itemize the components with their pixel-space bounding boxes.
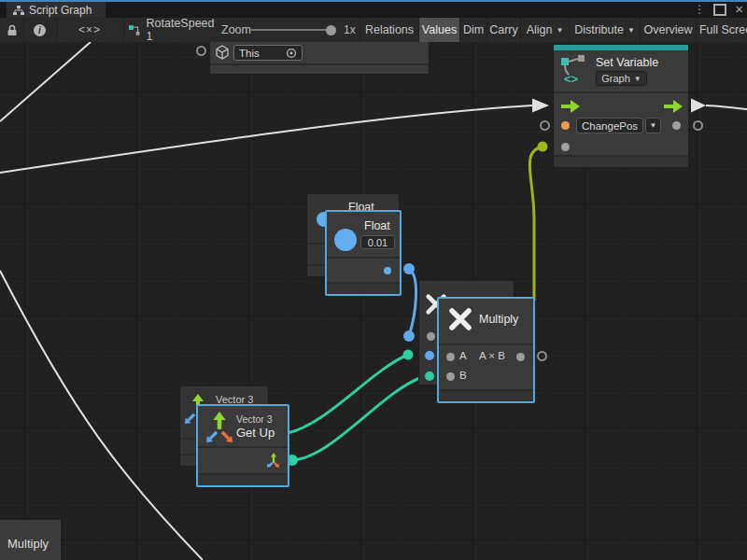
wire-end-bulb: [403, 350, 414, 360]
output-value-port[interactable]: [672, 121, 681, 130]
flow-out-port[interactable]: [664, 100, 683, 113]
tab-label: Script Graph: [29, 4, 92, 17]
wire-start-bulb: [403, 263, 415, 274]
input-port[interactable]: [427, 332, 435, 341]
arrow-down-left-icon: [184, 413, 196, 425]
toolbar-button-relations[interactable]: Relations: [359, 18, 418, 42]
zoom-slider[interactable]: [250, 29, 334, 31]
target-picker-icon[interactable]: [286, 48, 297, 59]
port-ring: [693, 120, 703, 131]
graph-toolbar: i <×> RotateSpeed 1 Zoom 1x Relations Va…: [0, 18, 747, 43]
breadcrumb[interactable]: RotateSpeed 1: [123, 18, 221, 42]
cube-icon: [215, 45, 230, 60]
wire-end-bulb: [425, 351, 434, 360]
variable-name-field[interactable]: ChangePos: [576, 118, 643, 133]
toolbar-button-values[interactable]: Values: [418, 18, 459, 42]
variable-name-dropdown[interactable]: ▼: [645, 118, 661, 133]
value-wire-float: [409, 269, 416, 336]
wire-end-bulb: [403, 330, 415, 342]
flow-wire-top-left: [0, 42, 91, 121]
window-accent-line: [0, 0, 747, 2]
multiply-node[interactable]: Multiply A A × B B: [437, 297, 535, 403]
arrow-down-right-icon: [220, 430, 233, 443]
flow-in-port[interactable]: [561, 100, 580, 113]
variable-scope-dropdown[interactable]: Graph ▼: [596, 71, 647, 86]
svg-text:<>: <>: [564, 72, 579, 84]
input-value-port[interactable]: [561, 143, 570, 151]
flow-wire-bottom-left: [0, 271, 203, 560]
unity-script-graph-window: Script Graph ⋮ × i <×> RotateS: [0, 0, 747, 560]
multiply-icon: [447, 306, 473, 332]
window-controls: ⋮ ×: [694, 2, 743, 17]
get-up-node[interactable]: Vector 3 Get Up: [196, 404, 289, 487]
input-port-a[interactable]: [446, 353, 455, 361]
breadcrumb-label: RotateSpeed 1: [147, 18, 221, 43]
flow-arrowhead-in: [532, 99, 549, 113]
close-icon[interactable]: ×: [735, 3, 743, 16]
float-icon: [334, 229, 357, 251]
float-value-field[interactable]: 0.01: [360, 235, 395, 249]
port-ring: [196, 46, 206, 56]
graph-asset-icon: [128, 23, 141, 36]
chevron-down-icon: ▼: [627, 26, 635, 35]
value-wire-vector-a: [288, 355, 408, 433]
variable-name-port[interactable]: [561, 121, 570, 130]
toolbar-button-align[interactable]: Align▼: [520, 18, 569, 42]
float-node[interactable]: Float 0.01: [325, 210, 402, 296]
chevron-down-icon: ▼: [556, 26, 563, 35]
flow-wire-out-right: [706, 105, 747, 109]
this-node[interactable]: This: [209, 42, 430, 75]
graph-canvas[interactable]: Float Vector 3: [0, 42, 747, 560]
info-button[interactable]: i: [23, 18, 57, 42]
object-picker-field[interactable]: This: [233, 45, 303, 61]
lock-icon: [7, 24, 18, 36]
output-port[interactable]: [384, 267, 391, 274]
arrow-up-icon: [211, 412, 228, 430]
flow-wire-into-set-variable: [0, 105, 532, 173]
vector3-output-port[interactable]: [263, 452, 280, 469]
graph-icon: [13, 5, 24, 16]
input-port-b[interactable]: [446, 372, 455, 381]
toolbar-button-dim[interactable]: Dim: [459, 18, 486, 42]
code-preview-button[interactable]: <×>: [56, 18, 124, 42]
tab-script-graph[interactable]: Script Graph: [7, 2, 106, 18]
toolbar-button-distribute[interactable]: Distribute▼: [569, 18, 640, 42]
chevron-down-icon: ▼: [634, 75, 641, 83]
maximize-icon[interactable]: [713, 4, 726, 16]
title-bar: Script Graph ⋮ ×: [0, 0, 747, 18]
chevron-down-icon: ▼: [650, 121, 657, 130]
zoom-value: 1x: [344, 18, 356, 42]
window-menu-icon[interactable]: ⋮: [694, 3, 705, 16]
flow-arrowhead-out: [691, 99, 706, 113]
value-wire-result: [529, 147, 544, 301]
set-variable-node[interactable]: <> Set Variable Graph ▼ ChangePos ▼: [553, 44, 689, 168]
port-ring: [540, 120, 550, 131]
arrow-down-left-icon: [205, 430, 218, 443]
info-icon: i: [34, 24, 46, 36]
wire-end-bulb: [425, 371, 434, 381]
lock-button[interactable]: [0, 18, 24, 42]
wire-end-bulb: [538, 142, 548, 152]
zoom-label: Zoom: [221, 18, 251, 42]
set-variable-icon: <>: [558, 54, 588, 84]
corner-tooltip-label: Multiply: [0, 520, 61, 560]
toolbar-button-overview[interactable]: Overview: [640, 18, 696, 42]
toolbar-button-carry[interactable]: Carry: [486, 18, 520, 42]
output-port[interactable]: [516, 353, 525, 361]
port-ring: [537, 351, 547, 361]
zoom-slider-thumb[interactable]: [326, 25, 336, 35]
code-preview-icon: <×>: [78, 23, 101, 36]
variable-kind-strip: [554, 45, 688, 50]
toolbar-button-full-screen[interactable]: Full Screen: [696, 18, 747, 42]
